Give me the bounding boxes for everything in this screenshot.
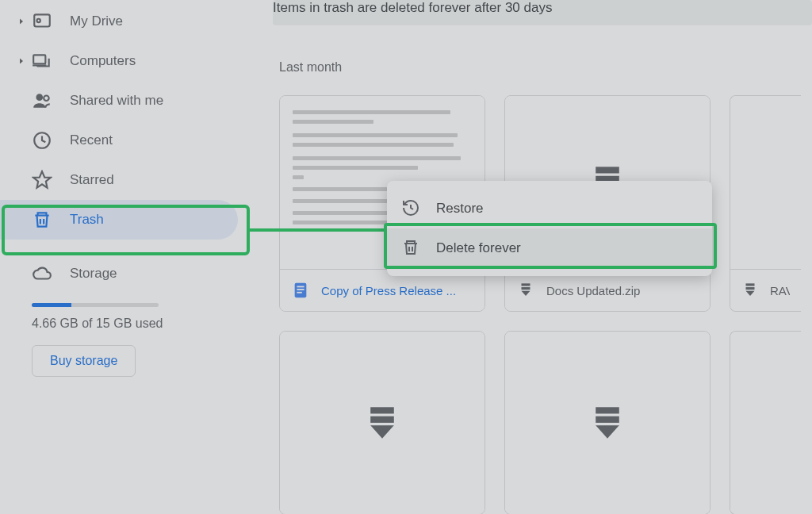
sidebar: My Drive Computers Shared with me Recent — [0, 0, 238, 514]
menu-item-label: Restore — [436, 201, 484, 217]
trash-banner: Items in trash are deleted forever after… — [273, 0, 812, 25]
svg-rect-16 — [370, 407, 394, 413]
svg-rect-10 — [596, 167, 619, 173]
file-grid-row2 — [279, 331, 812, 514]
sidebar-item-label: My Drive — [70, 13, 123, 29]
trash-icon — [401, 238, 422, 259]
svg-rect-19 — [596, 416, 619, 423]
computers-icon — [32, 51, 52, 71]
file-card[interactable] — [504, 331, 710, 514]
svg-rect-17 — [370, 416, 394, 423]
chevron-right-icon[interactable] — [14, 56, 29, 66]
sidebar-item-label: Recent — [70, 132, 113, 148]
trash-icon — [32, 209, 52, 230]
svg-rect-12 — [522, 283, 530, 286]
sidebar-item-trash[interactable]: Trash — [0, 200, 238, 240]
file-name: Docs Updated.zip — [546, 284, 640, 297]
svg-point-1 — [37, 19, 40, 22]
svg-rect-13 — [522, 287, 530, 290]
svg-rect-7 — [297, 286, 304, 288]
file-card[interactable]: RAV — [730, 95, 801, 312]
file-preview — [730, 332, 801, 514]
star-icon — [32, 170, 52, 190]
chevron-right-icon[interactable] — [14, 17, 29, 26]
storage-used-text: 4.66 GB of 15 GB used — [32, 316, 216, 331]
zip-icon — [592, 405, 623, 441]
restore-icon — [401, 198, 422, 219]
buy-storage-button[interactable]: Buy storage — [32, 345, 136, 377]
zip-icon — [741, 281, 759, 300]
sidebar-item-shared[interactable]: Shared with me — [0, 81, 238, 121]
menu-item-restore[interactable]: Restore — [387, 189, 712, 228]
sidebar-item-label: Storage — [70, 266, 117, 282]
section-header: Last month — [279, 60, 812, 75]
sidebar-item-computers[interactable]: Computers — [0, 41, 238, 81]
file-preview — [505, 332, 710, 514]
shared-icon — [32, 90, 52, 111]
menu-item-delete-forever[interactable]: Delete forever — [387, 228, 712, 268]
file-card[interactable] — [279, 331, 485, 514]
zip-icon — [516, 281, 535, 300]
sidebar-item-recent[interactable]: Recent — [0, 121, 238, 160]
svg-rect-14 — [746, 283, 755, 286]
cloud-icon — [32, 263, 52, 284]
sidebar-item-label: Trash — [70, 212, 104, 228]
drive-icon — [32, 11, 52, 32]
storage-bar — [32, 303, 159, 307]
storage-block: 4.66 GB of 15 GB used Buy storage — [0, 303, 238, 377]
sidebar-item-label: Shared with me — [70, 93, 163, 109]
svg-rect-15 — [746, 287, 755, 290]
sidebar-item-storage[interactable]: Storage — [0, 254, 238, 293]
svg-rect-8 — [297, 289, 304, 290]
sidebar-item-my-drive[interactable]: My Drive — [0, 2, 238, 41]
menu-item-label: Delete forever — [436, 240, 521, 256]
svg-point-3 — [36, 94, 43, 101]
file-name: RAV — [770, 284, 790, 297]
file-name: Copy of Press Release ... — [321, 284, 456, 297]
sidebar-item-label: Starred — [70, 172, 114, 188]
recent-icon — [32, 130, 52, 151]
sidebar-item-starred[interactable]: Starred — [0, 160, 238, 200]
file-preview — [280, 332, 485, 514]
svg-rect-2 — [33, 55, 45, 63]
svg-rect-18 — [596, 407, 619, 413]
zip-icon — [366, 405, 398, 441]
svg-point-4 — [44, 96, 48, 102]
sidebar-item-label: Computers — [70, 53, 136, 69]
docs-icon — [291, 281, 310, 300]
context-menu: Restore Delete forever — [387, 181, 712, 276]
file-card[interactable] — [730, 331, 801, 514]
file-preview — [730, 96, 801, 269]
svg-rect-9 — [297, 292, 301, 293]
storage-bar-fill — [32, 303, 71, 307]
